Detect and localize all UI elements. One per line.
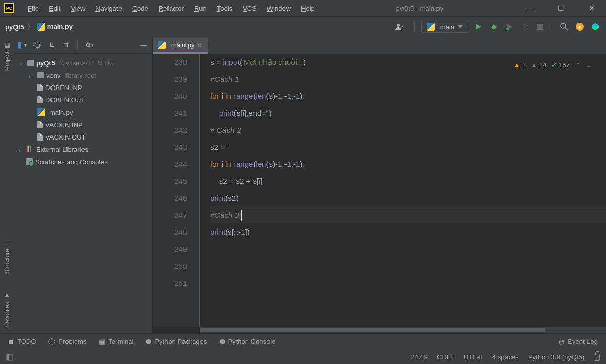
gutter-line[interactable]: 247	[153, 206, 187, 223]
terminal-button[interactable]: ▣Terminal	[99, 338, 133, 345]
indent[interactable]: 4 spaces	[492, 353, 519, 361]
tree-file[interactable]: VACXIN.OUT	[14, 131, 152, 143]
gutter-line[interactable]: 244	[153, 155, 187, 172]
chevron-down-icon[interactable]: ⌄	[19, 60, 25, 66]
status-left[interactable]	[6, 354, 13, 361]
menu-code[interactable]: Code	[127, 3, 154, 14]
gutter-line[interactable]: 245	[153, 172, 187, 189]
gutter[interactable]: 2382392402412422432442452462472482492502…	[153, 54, 200, 327]
horizontal-scrollbar[interactable]	[200, 327, 606, 333]
chevron-down-icon[interactable]: ⌄	[586, 57, 592, 74]
menu-tools[interactable]: Tools	[212, 3, 238, 14]
code-line[interactable]	[210, 257, 606, 274]
coverage-button[interactable]	[503, 21, 515, 32]
gutter-line[interactable]: 243	[153, 138, 187, 155]
update-icon[interactable]	[574, 21, 585, 32]
debug-button[interactable]	[488, 21, 499, 32]
code-line[interactable]	[210, 240, 606, 257]
gutter-line[interactable]: 240	[153, 88, 187, 105]
locate-icon[interactable]	[32, 40, 42, 50]
project-tree[interactable]: ⌄ pyQt5 C:\Users\TIEN DU › venv library …	[14, 54, 152, 333]
menu-help[interactable]: Help	[296, 3, 320, 14]
code-area[interactable]: ▲1 ▲14 ✔157 ⌃ ⌄ s = input('Mời nhập chuỗ…	[200, 54, 606, 327]
code-line[interactable]: print(s2)	[210, 189, 606, 206]
caret-position[interactable]: 247:9	[411, 353, 428, 361]
tree-file[interactable]: DOBEN.INP	[14, 81, 152, 94]
code-line[interactable]: print(s[i],end='')	[210, 105, 606, 122]
menu-file[interactable]: File	[23, 3, 44, 14]
code-line[interactable]: for i in range(len(s)-1,-1,-1):	[210, 88, 606, 105]
editor-tab[interactable]: main.py ×	[153, 38, 208, 54]
event-log-button[interactable]: ◔Event Log	[559, 338, 598, 345]
tree-folder-venv[interactable]: › venv library root	[14, 69, 152, 81]
editor[interactable]: 2382392402412422432442452462472482492502…	[153, 54, 606, 327]
project-tool-button[interactable]: Project ▦	[4, 42, 11, 71]
code-line[interactable]: s2 = s2 + s[i]	[210, 172, 606, 189]
profile-button[interactable]: ⏱	[519, 21, 530, 32]
menu-edit[interactable]: Edit	[44, 3, 65, 14]
error-count[interactable]: ▲1	[514, 57, 526, 74]
python-console-button[interactable]: ⬢Python Console	[220, 338, 276, 345]
weak-count[interactable]: ✔157	[551, 57, 570, 74]
ide-services-icon[interactable]	[590, 21, 601, 32]
menu-run[interactable]: Run	[189, 3, 212, 14]
minimize-button[interactable]: —	[519, 3, 540, 13]
inspection-widget[interactable]: ▲1 ▲14 ✔157 ⌃ ⌄	[514, 57, 592, 74]
collapse-all-icon[interactable]: ⇈	[61, 40, 71, 50]
structure-tool-button[interactable]: Structure ≣	[4, 241, 11, 274]
code-line[interactable]: print(s[::-1])	[210, 223, 606, 240]
view-mode-selector[interactable]: ▼	[18, 40, 28, 50]
chevron-right-icon[interactable]: ›	[29, 73, 35, 78]
gutter-line[interactable]: 248	[153, 223, 187, 240]
breadcrumb-project[interactable]: pyQt5	[5, 23, 24, 31]
close-button[interactable]: ✕	[581, 3, 602, 13]
tree-file[interactable]: main.py	[14, 106, 152, 118]
favorites-tool-button[interactable]: Favorites ★	[4, 292, 11, 327]
line-separator[interactable]: CRLF	[437, 353, 454, 361]
code-line[interactable]: for i in range(len(s)-1,-1,-1):	[210, 155, 606, 172]
gutter-line[interactable]: 241	[153, 105, 187, 122]
code-line[interactable]: s2 = ''	[210, 138, 606, 155]
close-icon[interactable]: ×	[198, 41, 202, 49]
python-packages-button[interactable]: ⬢Python Packages	[146, 338, 207, 345]
breadcrumb-file[interactable]: main.py	[37, 23, 73, 31]
tree-root[interactable]: ⌄ pyQt5 C:\Users\TIEN DU	[14, 57, 152, 69]
problems-button[interactable]: ⓘProblems	[48, 337, 87, 346]
interpreter[interactable]: Python 3.9 (pyQt5)	[528, 353, 584, 361]
gutter-line[interactable]: 239	[153, 71, 187, 88]
run-config-selector[interactable]: main	[421, 21, 468, 33]
tree-scratches[interactable]: Scratches and Consoles	[14, 155, 152, 168]
gutter-line[interactable]: 242	[153, 122, 187, 138]
warning-count[interactable]: ▲14	[531, 57, 546, 74]
gutter-line[interactable]: 250	[153, 257, 187, 274]
tree-file[interactable]: VACXIN.INP	[14, 118, 152, 131]
encoding[interactable]: UTF-8	[464, 353, 483, 361]
maximize-button[interactable]: ☐	[550, 3, 571, 13]
menu-refactor[interactable]: Refactor	[154, 3, 189, 14]
menu-vcs[interactable]: VCS	[238, 3, 262, 14]
gutter-line[interactable]: 249	[153, 240, 187, 257]
menu-navigate[interactable]: Navigate	[90, 3, 127, 14]
code-line[interactable]	[210, 274, 606, 291]
hide-panel-icon[interactable]: —	[139, 40, 149, 50]
code-line[interactable]: #Cách 3:	[210, 206, 606, 223]
user-icon[interactable]	[391, 21, 408, 33]
todo-button[interactable]: ≣TODO	[8, 338, 36, 345]
search-icon[interactable]	[559, 21, 570, 32]
menu-window[interactable]: Window	[262, 3, 296, 14]
gutter-line[interactable]: 238	[153, 54, 187, 71]
code-line[interactable]: # Cách 2	[210, 122, 606, 138]
stop-button[interactable]	[534, 21, 546, 32]
chevron-right-icon[interactable]: ›	[19, 147, 25, 152]
scrollbar-thumb[interactable]	[200, 328, 545, 332]
gutter-line[interactable]: 246	[153, 189, 187, 206]
lock-icon[interactable]	[594, 354, 600, 361]
tree-file[interactable]: DOBEN.OUT	[14, 94, 152, 106]
menu-view[interactable]: View	[65, 3, 90, 14]
gutter-line[interactable]: 251	[153, 274, 187, 291]
expand-all-icon[interactable]: ⇊	[46, 40, 57, 50]
settings-icon[interactable]: ⚙▾	[84, 40, 94, 50]
tree-external-libs[interactable]: › External Libraries	[14, 143, 152, 155]
chevron-up-icon[interactable]: ⌃	[575, 57, 581, 74]
run-button[interactable]	[473, 21, 484, 32]
